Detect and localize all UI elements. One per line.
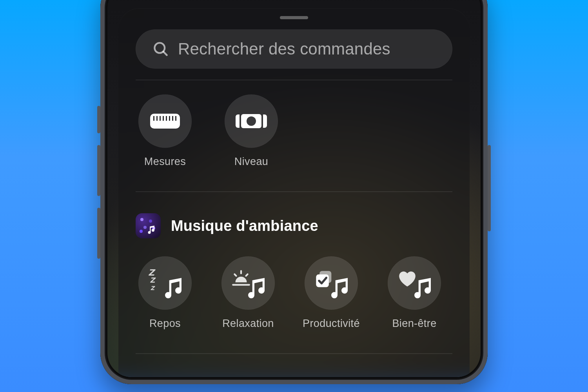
wellbeing-music-icon (388, 256, 441, 310)
tile-mesures[interactable]: Mesures (136, 94, 194, 168)
tile-label: Niveau (234, 156, 268, 168)
volume-down-button (97, 208, 100, 259)
sleep-music-icon: Z Z Z (138, 256, 192, 310)
mute-switch (97, 106, 100, 133)
tile-bien-etre[interactable]: Bien-être (385, 256, 444, 330)
tile-label: Mesures (144, 156, 186, 168)
phone-frame: Rechercher des commandes Mesures Niveau (100, 0, 488, 384)
search-icon (152, 40, 169, 58)
search-input[interactable]: Rechercher des commandes (136, 29, 452, 69)
drag-handle[interactable] (280, 16, 308, 19)
tile-niveau[interactable]: Niveau (222, 94, 281, 168)
volume-up-button (97, 145, 100, 196)
tile-label: Productivité (303, 318, 360, 330)
tile-repos[interactable]: Z Z Z Repos (136, 256, 194, 330)
search-placeholder: Rechercher des commandes (178, 40, 390, 58)
controls-gallery-sheet: Rechercher des commandes Mesures Niveau (118, 8, 470, 377)
tile-relaxation[interactable]: Relaxation (219, 256, 278, 330)
tile-label: Relaxation (222, 318, 274, 330)
power-button (488, 145, 491, 231)
svg-line-4 (246, 274, 248, 276)
sunset-music-icon (221, 256, 275, 310)
svg-line-1 (163, 52, 167, 55)
tile-label: Repos (149, 318, 181, 330)
level-icon (225, 94, 278, 148)
section-header-ambient: Musique d'ambiance (118, 192, 470, 242)
svg-line-3 (234, 274, 236, 276)
tile-label: Bien-être (392, 318, 436, 330)
tile-productivite[interactable]: Productivité (302, 256, 361, 330)
checklist-music-icon (305, 256, 358, 310)
ambient-row: Z Z Z Repos (118, 242, 470, 330)
section-title: Musique d'ambiance (171, 218, 318, 234)
divider (136, 353, 452, 354)
tools-row: Mesures Niveau (118, 80, 470, 168)
screen: Rechercher des commandes Mesures Niveau (107, 0, 481, 377)
ambient-music-app-icon (136, 213, 161, 238)
ruler-icon (138, 94, 192, 148)
